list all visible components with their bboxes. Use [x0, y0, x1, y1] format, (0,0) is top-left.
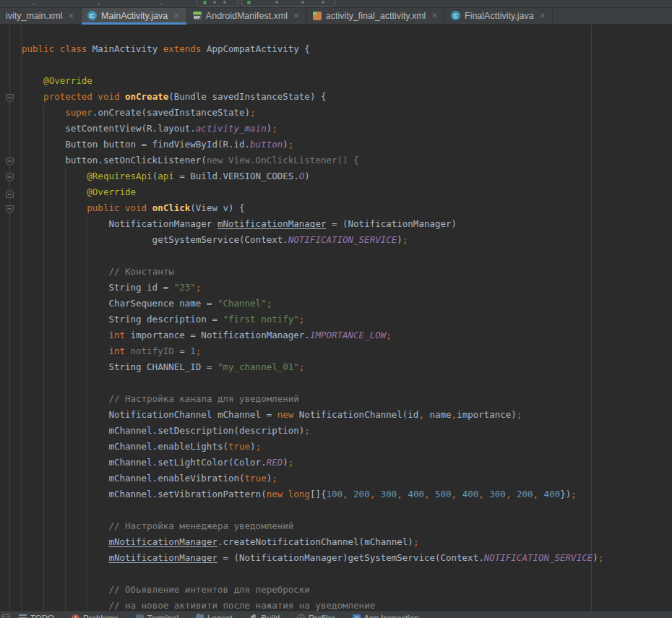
- problems-icon: !: [72, 614, 79, 618]
- code-line: getSystemService(Context.NOTIFICATION_SE…: [0, 232, 672, 248]
- code-line: @Override: [0, 73, 672, 89]
- fold-marker-icon[interactable]: [6, 188, 14, 201]
- tool-window-button-todo[interactable]: TODO: [19, 614, 54, 618]
- close-tab-icon[interactable]: ×: [293, 11, 299, 20]
- tool-window-label: TODO: [30, 614, 54, 618]
- close-tab-icon[interactable]: ×: [69, 11, 74, 20]
- tool-window-button-build[interactable]: Build: [250, 614, 280, 618]
- tool-window-label: Build: [262, 614, 280, 618]
- run-status-dot-icon: [247, 1, 251, 4]
- terminal-icon: >_: [136, 614, 144, 618]
- code-line: Button button = findViewById(R.id.button…: [0, 137, 672, 153]
- code-line: String CHANNEL_ID = "my_channel_01";: [0, 359, 672, 375]
- code-line: @Override: [0, 184, 672, 200]
- tool-window-button-logcat[interactable]: Logcat: [196, 614, 233, 618]
- tool-window-label: Profiler: [309, 614, 335, 618]
- close-tab-icon[interactable]: ×: [173, 11, 179, 20]
- tool-window-button-terminal[interactable]: >_Terminal: [136, 614, 178, 618]
- code-line: [0, 57, 672, 73]
- code-line: [0, 566, 672, 582]
- profiler-icon: [297, 614, 305, 618]
- tool-window-button-app-inspection[interactable]: App Inspection: [353, 614, 419, 618]
- code-line: int notifyID = 1;: [0, 343, 672, 359]
- java-class-icon: C: [87, 11, 97, 20]
- run-configuration-widget[interactable]: [241, 0, 335, 7]
- code-line: public class MainActivity extends AppCom…: [0, 41, 672, 57]
- editor-tab[interactable]: ivity_main.xml×: [0, 7, 82, 24]
- main-toolbar: [0, 0, 672, 8]
- code-line: String description = "first notify";: [0, 312, 672, 327]
- fold-marker-icon[interactable]: [6, 172, 14, 185]
- code-line: mNotificationManager.createNotificationC…: [0, 534, 672, 550]
- fold-marker-icon[interactable]: [6, 204, 14, 217]
- code-editor[interactable]: public class MainActivity extends AppCom…: [0, 25, 672, 611]
- build-icon: [250, 614, 258, 618]
- fold-marker-icon[interactable]: [6, 156, 14, 169]
- editor-tab-bar: ivity_main.xml×CMainActivity.java×MFAndr…: [0, 7, 672, 25]
- tool-window-layout-icon[interactable]: [2, 614, 10, 618]
- app-inspection-icon: [353, 614, 361, 618]
- code-line: NotificationChannel mChannel = new Notif…: [0, 407, 672, 423]
- tool-window-button-problems[interactable]: !Problems: [72, 614, 119, 618]
- editor-tab[interactable]: CFinalActtivity.java×: [445, 7, 553, 24]
- code-line: // Настройка менеджера уведомлений: [0, 518, 672, 534]
- widget-glyph-icon: [301, 1, 304, 4]
- code-line: setContentView(R.layout.activity_main);: [0, 121, 672, 137]
- tool-window-label: Terminal: [147, 614, 178, 618]
- tool-window-label: Problems: [83, 614, 119, 618]
- widget-glyph-icon: [223, 1, 226, 4]
- toolbar-icon: [33, 3, 35, 5]
- tool-window-label: App Inspection: [364, 614, 419, 618]
- code-line: mChannel.enableLights(true);: [0, 439, 672, 455]
- tab-label: MainActivity.java: [101, 11, 168, 21]
- tab-label: ivity_main.xml: [6, 11, 63, 21]
- code-line: protected void onCreate(Bundle savedInst…: [0, 89, 672, 105]
- code-line: super.onCreate(savedInstanceState);: [0, 105, 672, 121]
- android-studio-window: { "tabs": [ {"label":"ivity_main.xml","i…: [0, 0, 672, 618]
- toolbar-icon: [98, 3, 100, 5]
- widget-glyph-icon: [275, 1, 278, 4]
- code-line: // Константы: [0, 264, 672, 280]
- tab-label: FinalActtivity.java: [465, 11, 534, 21]
- logcat-icon: [196, 614, 204, 618]
- manifest-file-icon: MF: [193, 12, 202, 20]
- code-line: [0, 248, 672, 264]
- code-line: @RequiresApi(api = Build.VERSION_CODES.O…: [0, 168, 672, 184]
- code-lines: public class MainActivity extends AppCom…: [0, 41, 672, 614]
- code-line: mChannel.setVibrationPattern(new long[]{…: [0, 486, 672, 502]
- code-line: mChannel.setDescription(description);: [0, 423, 672, 439]
- widget-glyph-icon: [213, 1, 216, 4]
- code-line: [0, 375, 672, 391]
- code-line: mNotificationManager = (NotificationMana…: [0, 550, 672, 566]
- tab-label: AndroidManifest.xml: [206, 11, 288, 21]
- tool-window-button-profiler[interactable]: Profiler: [297, 614, 335, 618]
- code-line: mChannel.setLightColor(Color.RED);: [0, 455, 672, 471]
- editor-tab[interactable]: CMainActivity.java×: [82, 7, 187, 24]
- close-tab-icon[interactable]: ×: [431, 11, 437, 20]
- code-line: // Обьявление интентов для переброски: [0, 582, 672, 598]
- code-line: // Настройка канала для уведомлений: [0, 391, 672, 407]
- tool-window-label: Logcat: [207, 614, 233, 618]
- fold-marker-icon[interactable]: [6, 93, 14, 106]
- code-line: CharSequence name = "Channel";: [0, 296, 672, 312]
- tab-label: activity_final_acttivity.xml: [326, 11, 426, 21]
- run-device-widget[interactable]: [197, 0, 238, 7]
- manifest-glyph: MF: [194, 14, 201, 20]
- tool-window-bar: TODO!Problems>_TerminalLogcatBuildProfil…: [0, 611, 672, 618]
- layout-file-icon: [313, 12, 322, 20]
- code-line: int importance = NotificationManager.IMP…: [0, 327, 672, 343]
- device-status-dot-icon: [203, 1, 207, 4]
- toolbar-icon: [160, 3, 163, 5]
- code-line: mChannel.enableVibration(true);: [0, 471, 672, 486]
- code-line: public void onClick(View v) {: [0, 200, 672, 216]
- code-line: NotificationManager mNotificationManager…: [0, 216, 672, 232]
- code-line: [0, 502, 672, 518]
- widget-glyph-icon: [322, 1, 324, 4]
- close-tab-icon[interactable]: ×: [540, 11, 546, 20]
- java-class-icon: C: [451, 11, 460, 20]
- todo-icon: [19, 614, 27, 618]
- editor-tab[interactable]: MFAndroidManifest.xml×: [187, 7, 307, 24]
- code-line: String id = "23";: [0, 280, 672, 296]
- editor-tab[interactable]: activity_final_acttivity.xml×: [307, 7, 445, 24]
- code-line: button.setOnClickListener(new View.OnCli…: [0, 153, 672, 168]
